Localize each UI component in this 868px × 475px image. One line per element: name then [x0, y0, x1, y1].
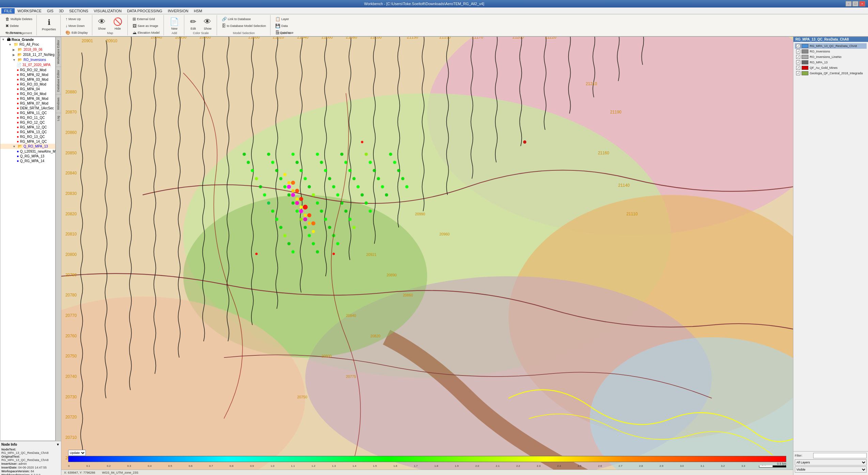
svg-point-23: [275, 169, 279, 172]
link-to-database-button[interactable]: 🔗 Link to Database: [220, 16, 253, 22]
update-select[interactable]: Update: [68, 450, 86, 456]
layer-button[interactable]: 📋 Layer: [273, 16, 291, 22]
legend-item-ro-inversions[interactable]: ✓ RO_Inversions: [795, 49, 867, 54]
legend-check-geologia-qf[interactable]: ✓: [796, 71, 800, 75]
tree-node-rg-mpa-12[interactable]: ● RG_MPA_12_QC: [0, 125, 55, 129]
show-button[interactable]: 👁 Show: [95, 16, 109, 32]
maximize-button[interactable]: □: [852, 1, 858, 6]
tree-node-rg-mpa-04[interactable]: ● RG_MPA_04: [0, 87, 55, 91]
svg-point-48: [291, 189, 295, 193]
svg-point-88: [385, 193, 388, 197]
svg-text:21170: 21170: [472, 37, 483, 40]
legend-item-qf-au-gold-mines[interactable]: ✓ QF_Au_Gold_Mines: [795, 65, 867, 71]
data-button[interactable]: 💾 Data: [273, 22, 290, 29]
tree-node-q-l20931[interactable]: ● Q_L20931_newAInv_MPA1_: [0, 149, 55, 154]
legend-label-ro-inversions-lineno: RO_Inversions_LineNo: [810, 55, 841, 59]
save-as-image-button[interactable]: 🖼 Save as Image: [130, 22, 160, 29]
properties-button[interactable]: ℹ Properties: [39, 16, 59, 33]
show-colorscale-button[interactable]: 👁 Show: [201, 16, 215, 32]
legend-item-ro-mpa-13[interactable]: ✓ RO_MPA_13: [795, 60, 867, 65]
menu-item-sections[interactable]: SECTIONS: [66, 8, 91, 14]
tree-node-rg-ro-03[interactable]: ● RG_RO_03_Mod: [0, 82, 55, 87]
toolbar-group-model-selection: 🔗 Link to Database 🗄 to Database Model S…: [218, 15, 270, 35]
new-icon: 📄: [170, 17, 179, 26]
menu-item-inversion[interactable]: INVERSION: [165, 8, 191, 14]
tree-node-rg-mpa-11[interactable]: ● RG_MPA_11_QC: [0, 110, 55, 115]
legend-label-qf-au-gold-mines: QF_Au_Gold_Mines: [810, 66, 838, 70]
tree-node-rg-mpa-06[interactable]: ● RG_MPA_06_Mod: [0, 96, 55, 101]
map-area[interactable]: 20901 20910 20940 20950 20960 21000 2102…: [61, 37, 793, 475]
tree-node-rg-mpa-03[interactable]: ● RG_MPA_03_Mod: [0, 77, 55, 82]
move-up-button[interactable]: ↑ Move Up: [63, 16, 83, 22]
legend-item-geologia-qf[interactable]: ✓ Geologia_QF_Central_2018_Integrada: [795, 71, 867, 76]
tree-node-rg-mpa-02[interactable]: ● RG_MPA_02_Mod: [0, 72, 55, 77]
legend-check-rg-mpa-13-qc[interactable]: ✓: [796, 44, 800, 48]
svg-point-27: [291, 201, 295, 205]
menu-item-file[interactable]: FILE: [1, 8, 15, 14]
svg-text:21130: 21130: [407, 37, 418, 40]
close-button[interactable]: ×: [859, 1, 865, 6]
rg-mpa-14-icon: ●: [17, 139, 19, 143]
log-tab[interactable]: Log: [56, 113, 61, 124]
tree-node-q-ro-mpa-13[interactable]: ▼ 📂 Q_RO_MPA_13: [0, 144, 55, 149]
minimize-button[interactable]: −: [846, 1, 852, 6]
menu-item-gis[interactable]: GIS: [44, 8, 56, 14]
tree-node-q-rg-mpa-13[interactable]: ● Q_RG_MPA_13: [0, 154, 55, 158]
to-database-model-selection-button[interactable]: 🗄 to Database Model Selection: [220, 22, 268, 29]
tree-node-rg-mpa-14[interactable]: ● RG_MPA_14_QC: [0, 139, 55, 144]
link-to-database-label: Link to Database: [228, 17, 251, 21]
svg-text:20820: 20820: [65, 212, 77, 216]
legend-item-rg-mpa-13-qc[interactable]: ✓ RG_MPA_13_QC_ResData_ChA8: [795, 43, 867, 49]
legend-check-ro-mpa-13[interactable]: ✓: [796, 60, 800, 64]
tree-node-ro-inversions[interactable]: ▼ 📂 RO_Inversions: [0, 57, 55, 62]
filter-input[interactable]: [813, 453, 867, 458]
legend-check-ro-inversions-lineno[interactable]: ✓: [796, 55, 800, 59]
windows-tab[interactable]: Windows: [56, 94, 61, 113]
menu-item-3d[interactable]: 3D: [56, 8, 66, 14]
menu-item-hsm[interactable]: HSM: [191, 8, 205, 14]
edit-display-button[interactable]: 🎨 Edit Display: [63, 29, 90, 36]
tree-node-dem-srtm[interactable]: ● DEM_SRTM_1ArcSec: [0, 106, 55, 110]
tree-node-rg-mpa-13[interactable]: ● RG_MPA_13_QC: [0, 129, 55, 134]
move-down-button[interactable]: ↓ Move Down: [63, 22, 87, 29]
tree-node-rg-ro-04[interactable]: ● RG_RO_04_Mod: [0, 91, 55, 96]
legend-item-ro-inversions-lineno[interactable]: ✓ RO_Inversions_LineNo: [795, 54, 867, 60]
hide-button[interactable]: 🚫 Hide: [110, 16, 125, 32]
tree-node-rg-ro-13[interactable]: ● RG_RO_13_QC: [0, 134, 55, 139]
svg-point-11: [255, 177, 258, 180]
svg-point-49: [295, 197, 299, 201]
tree-node-rg-ro-11[interactable]: ● RG_RO_11_QC: [0, 115, 55, 120]
filter-select[interactable]: All Layers Visible Hidden: [795, 459, 867, 465]
new-button[interactable]: 📄 New: [167, 16, 182, 32]
update-dropdown[interactable]: Update: [68, 450, 86, 456]
tree-node-rg-mpa-07[interactable]: ● RG_MPA_07_Mod: [0, 101, 55, 106]
properties-icon: ℹ: [48, 18, 50, 27]
visible-select[interactable]: Visible: [795, 466, 867, 473]
database-editor-tab[interactable]: Database Editor: [56, 67, 61, 95]
tree-node-rg-all-proc[interactable]: ▼ 📁 RG_All_Proc: [0, 42, 55, 47]
elevation-model-button[interactable]: ⛰ Elevation Model: [130, 29, 161, 36]
external-grid-button[interactable]: ⊞ External Grid: [130, 16, 157, 22]
tree-node-q-rg-mpa-14[interactable]: ● Q_RG_MPA_14: [0, 158, 55, 163]
legend-check-ro-inversions[interactable]: ✓: [796, 49, 800, 53]
legend-check-qf-au-gold-mines[interactable]: ✓: [796, 66, 800, 70]
node-info-collapse[interactable]: ▼: [56, 443, 60, 446]
tree-node-2018-11-27[interactable]: ▶ 📂 2018_11_27_NoNeg: [0, 52, 55, 57]
menu-item-workspace[interactable]: WORKSPACE: [15, 8, 44, 14]
tree-node-rg-ro-12[interactable]: ● RG_RO_12_QC: [0, 120, 55, 125]
rg-ro-13-icon: ●: [17, 135, 19, 139]
save-as-image-row: 🖼 Save as Image: [130, 22, 160, 29]
menu-item-data-processing[interactable]: DATA PROCESSING: [124, 8, 165, 14]
tree-root[interactable]: ▼ 🏔 Roca_Grande: [0, 37, 55, 42]
workspace-editor-tab[interactable]: Workspace Editor: [56, 37, 61, 67]
node-info-insertdate: InsertDate: 04-06-2020 14:47:55: [1, 466, 60, 469]
tree-node-rg-ro-02[interactable]: ● RG_RO_02_Mod: [0, 67, 55, 72]
delete-label: Delete: [10, 24, 19, 28]
edit-colorscale-button[interactable]: ✏ Edit: [187, 16, 199, 32]
menu-item-visualization[interactable]: VISUALIZATION: [91, 8, 124, 14]
toolbar-group-show-hide: 👁 Show 🚫 Hide Map: [93, 15, 128, 35]
delete-button[interactable]: ✖ Delete: [3, 22, 21, 29]
tree-node-31-07[interactable]: 📄 31_07_2020_MPA: [0, 62, 55, 67]
multiple-deletes-button[interactable]: 🗑 Multiple Deletes: [3, 16, 34, 22]
tree-node-2018-09-06[interactable]: ▶ 📂 2018_09_06: [0, 47, 55, 52]
